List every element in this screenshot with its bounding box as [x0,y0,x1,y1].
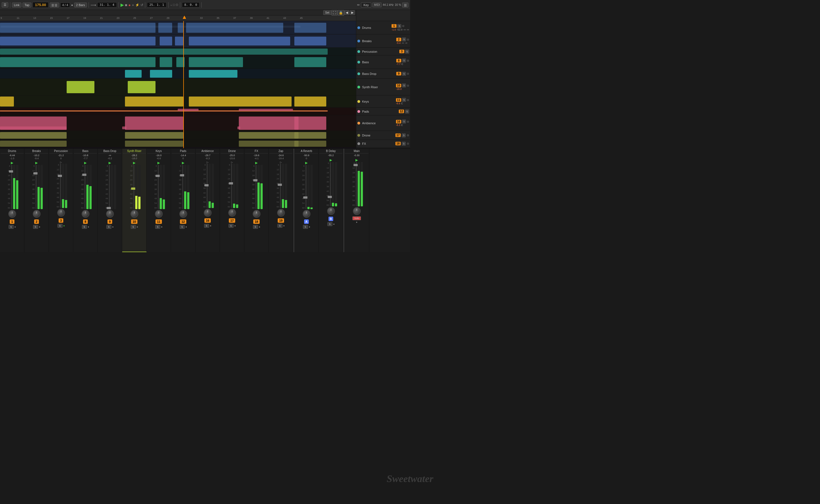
ch-bassdrop-solo-button[interactable]: S [106,225,111,229]
ch-bdelay-fader[interactable] [330,162,331,206]
play-button[interactable]: ▶ [120,2,124,7]
ch-fx-play[interactable]: ▶ [255,161,258,165]
ch-bass-fader-area[interactable]: 6121824303642485460 [74,165,97,209]
ch-synth-knob[interactable] [130,210,138,218]
ch-breaks-solo-button[interactable]: S [33,225,38,229]
bars-button[interactable]: ||| ||| [50,2,59,7]
nav-right-button[interactable]: ▶ [350,10,355,15]
ch-bass-play[interactable]: ▶ [84,161,87,165]
ch-drums-play[interactable]: ▶ [11,161,13,165]
breaks-clip5[interactable] [294,37,326,45]
ch-bass-solo-button[interactable]: S [82,225,87,229]
drone-s-button[interactable]: S [402,133,406,137]
ch-drums-fader-area[interactable]: 6121824303642485460 [1,165,24,209]
ch-breaks-fader-area[interactable]: 6121824303642485460 [25,165,48,209]
ch-bass-fader[interactable] [84,165,85,209]
ch-amb-fader[interactable] [207,164,208,208]
ch-bass-knob[interactable] [82,210,89,218]
pads-s-button[interactable]: S [405,110,409,113]
ch-perc-knob[interactable] [57,209,65,217]
keys-clip3[interactable] [189,97,292,107]
ambience-s-button[interactable]: S [402,120,406,123]
ch-bassdrop-fader-area[interactable]: 6121824303642485460 [98,165,121,209]
link-button[interactable]: Link [12,2,21,7]
breaks-clip4[interactable] [189,37,290,45]
bass-clip4[interactable] [189,57,243,67]
ch-amb-solo-button[interactable]: S [204,224,209,228]
ch-fx-fader[interactable] [256,165,257,209]
fx-record-icon[interactable]: ⊙ [407,142,409,145]
ch-zap-play[interactable]: ▷ [280,161,282,164]
ch-perc-fader-area[interactable]: 6121824303642485460 [49,164,72,208]
ch-perc-fader[interactable] [60,164,61,208]
fx-clip2[interactable] [125,141,183,147]
ch-drums-fader[interactable] [11,165,12,209]
bass-clip5[interactable] [294,57,326,67]
ch-synth-fader[interactable] [133,165,134,209]
ch-amb-knob[interactable] [204,209,212,217]
ch-areverb-fader-area[interactable]: 6121824303642485460 [295,165,318,209]
breaks-clip3[interactable] [175,37,183,45]
ch-main-knob[interactable] [353,207,361,215]
keys-clip1[interactable] [0,97,14,107]
bass-clip2[interactable] [160,57,172,67]
fx-clip1[interactable] [0,141,67,147]
ch-keys-fader[interactable] [158,165,159,209]
bass-s-button[interactable]: S [402,59,406,62]
drone-clip2[interactable] [125,132,183,139]
ch-drums-knob[interactable] [8,210,16,218]
ch-pads-knob[interactable] [179,210,187,218]
ch-areverb-fader[interactable] [306,165,307,209]
bpm-display[interactable]: 175.00 [32,2,49,8]
drums-s-button[interactable]: S [397,24,401,28]
bass-clip1[interactable] [0,57,155,67]
ch-keys-play[interactable]: ▶ [157,161,160,165]
ch-pads-fader[interactable] [182,165,183,209]
drums-clip3[interactable] [178,23,183,33]
keys-clip4[interactable] [294,97,326,107]
drums-clip5[interactable] [294,23,326,33]
amb-clip2[interactable] [125,116,183,130]
breaks-clip2[interactable] [160,37,172,45]
nav-left-button[interactable]: ◀ [344,10,349,15]
breaks-s-button[interactable]: S [402,37,406,41]
ch-amb-fader-area[interactable]: 6121824303642485460 [196,164,219,208]
amb-clip3s[interactable] [238,126,240,129]
ch-main-fader[interactable] [356,162,357,206]
stop-button[interactable]: ■ [125,3,127,7]
perc-clip[interactable] [0,49,328,55]
ch-keys-solo-button[interactable]: S [155,225,160,229]
keys-record-icon[interactable]: ⊙ [407,98,409,102]
amb-clip4[interactable] [294,116,326,130]
pads-clip1[interactable] [178,109,198,111]
record-button[interactable]: ● [128,3,130,7]
ch-pads-fader-area[interactable]: 6121824303642485460 [171,165,194,209]
ch-breaks-fader[interactable] [36,165,37,209]
pads-clip2[interactable] [239,109,293,111]
ch-main-fader-area[interactable]: 6121824303642485460 [345,162,369,206]
ch-perc-solo-button[interactable]: S [57,224,62,228]
drone-record-icon[interactable]: ⊙ [407,134,409,137]
ch-bassdrop-knob[interactable] [106,210,114,218]
ambience-record-icon[interactable]: ⊙ [407,120,409,123]
drums-clip1[interactable] [0,23,155,33]
ch-drone-fader-area[interactable]: 6121824303642485460 [221,164,244,208]
amb-clip2s[interactable] [122,126,126,129]
ch-fx-fader-area[interactable]: 6121824303642485460 [245,165,268,209]
amb-clip3[interactable] [239,116,299,130]
drums-clip2[interactable] [158,23,172,33]
ch-zap-fader-area[interactable]: 6121824303642485460 [269,164,292,208]
ch-synth-play[interactable]: ▶ [133,161,135,165]
bass-record-icon[interactable]: ⊙ [407,59,409,62]
ch-breaks-play[interactable]: ▶ [35,161,38,165]
ch-drone-fader[interactable] [231,164,232,208]
ch-bassdrop-fader[interactable] [109,165,110,209]
fx-clip3[interactable] [239,141,299,147]
ch-drone-solo-button[interactable]: S [229,224,234,228]
grid-button[interactable]: ||| [402,2,408,7]
ch-main-play[interactable]: ▶ [355,158,358,162]
synth-s-button[interactable]: S [402,83,406,87]
set-button[interactable]: Set [323,10,331,15]
bassdrop-s-button[interactable]: S [402,72,406,76]
synth-record-icon[interactable]: ⊙ [407,84,409,87]
